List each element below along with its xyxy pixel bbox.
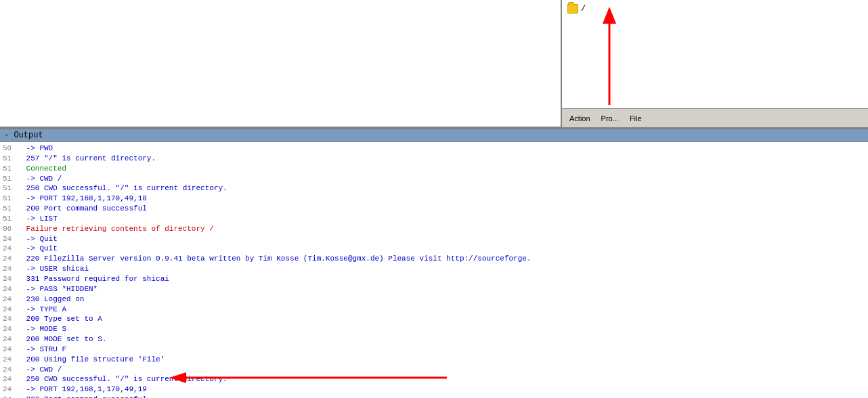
log-text: -> CWD /: [22, 174, 62, 184]
log-num: 06: [3, 224, 22, 234]
log-num: 51: [3, 194, 22, 204]
output-content[interactable]: 50 -> PWD51 257 "/" is current directory…: [0, 142, 868, 398]
log-line: 51 -> PORT 192,168,1,170,49,18: [3, 194, 865, 204]
log-line: 24 200 Using file structure 'File': [3, 355, 865, 365]
log-line: 24 230 Logged on: [3, 294, 865, 305]
log-text: 200 MODE set to S.: [22, 334, 106, 345]
log-text: -> TYPE A: [22, 305, 66, 315]
log-num: 24: [3, 324, 22, 334]
log-text: -> PWD: [22, 143, 53, 154]
log-num: 51: [3, 174, 22, 184]
log-line: 50 -> PWD: [3, 143, 865, 154]
log-line: 24 220 FileZilla Server version 0.9.41 b…: [3, 254, 865, 264]
log-num: 24: [3, 234, 22, 244]
log-text: 331 Password required for shicai: [22, 274, 169, 284]
log-num: 24: [3, 345, 22, 355]
red-arrow-up: [562, 0, 697, 108]
log-num: 24: [3, 355, 22, 365]
log-num: 24: [3, 284, 22, 294]
folder-root-item[interactable]: /: [565, 3, 865, 15]
log-text: -> STRU F: [22, 345, 66, 355]
log-text: 200 Port command successful: [22, 395, 147, 398]
output-section: - Output 50 -> PWD51 257 "/" is current …: [0, 129, 868, 398]
top-section: / Action Pro... File: [0, 0, 868, 129]
log-text: -> CWD /: [22, 365, 62, 375]
log-line: 24 -> TYPE A: [3, 305, 865, 315]
log-text: 250 CWD successful. "/" is current direc…: [22, 374, 227, 384]
output-wrapper: 50 -> PWD51 257 "/" is current directory…: [0, 142, 868, 398]
log-text: -> PORT 192,168,1,170,49,19: [22, 384, 147, 395]
log-num: 51: [3, 164, 22, 174]
right-panel-toolbar: Action Pro... File: [562, 108, 868, 127]
left-panel: [0, 0, 562, 127]
log-num: 24: [3, 314, 22, 324]
log-num: 24: [3, 305, 22, 315]
log-text: 257 "/" is current directory.: [22, 154, 156, 164]
log-line: 51 250 CWD successful. "/" is current di…: [3, 183, 865, 194]
log-num: 50: [3, 143, 22, 154]
log-num: 24: [3, 264, 22, 274]
action-button[interactable]: Action: [565, 112, 595, 125]
log-num: 24: [3, 365, 22, 375]
log-text: -> USER shicai: [22, 264, 89, 274]
pro-button[interactable]: Pro...: [596, 112, 624, 125]
log-line: 24 200 Port command successful: [3, 395, 865, 398]
log-line: 24 -> Quit: [3, 234, 865, 244]
log-line: 24 331 Password required for shicai: [3, 274, 865, 284]
log-text: 250 CWD successful. "/" is current direc…: [22, 183, 227, 194]
right-panel: / Action Pro... File: [562, 0, 868, 127]
log-num: 24: [3, 334, 22, 345]
log-line: 24 -> PORT 192,168,1,170,49,19: [3, 384, 865, 395]
main-container: / Action Pro... File - Output: [0, 0, 868, 398]
log-line: 24 -> Quit: [3, 244, 865, 254]
log-line: 51 -> LIST: [3, 214, 865, 224]
log-num: 24: [3, 374, 22, 384]
log-line: 24 -> PASS *HIDDEN*: [3, 284, 865, 294]
log-num: 51: [3, 154, 22, 164]
log-text: -> MODE S: [22, 324, 66, 334]
log-text: -> PORT 192,168,1,170,49,18: [22, 194, 147, 204]
right-panel-tree: /: [562, 0, 868, 108]
log-num: 51: [3, 183, 22, 194]
log-text: -> Quit: [22, 234, 58, 244]
folder-icon: [567, 4, 578, 14]
log-line: 24 -> STRU F: [3, 345, 865, 355]
log-line: 51 257 "/" is current directory.: [3, 154, 865, 164]
log-line: 24 -> USER shicai: [3, 264, 865, 274]
log-text: 230 Logged on: [22, 294, 84, 305]
log-line: 51 200 Port command successful: [3, 204, 865, 214]
log-num: 51: [3, 204, 22, 214]
log-line: 51 -> CWD /: [3, 174, 865, 184]
log-text: 200 Port command successful: [22, 204, 147, 214]
log-line: 24 250 CWD successful. "/" is current di…: [3, 374, 865, 384]
log-text: -> PASS *HIDDEN*: [22, 284, 97, 294]
log-num: 24: [3, 294, 22, 305]
log-text: 200 Type set to A: [22, 314, 102, 324]
log-line: 51 Connected: [3, 164, 865, 174]
file-button[interactable]: File: [625, 112, 647, 125]
log-line: 24 -> CWD /: [3, 365, 865, 375]
log-line: 24 200 Type set to A: [3, 314, 865, 324]
log-text: -> LIST: [22, 214, 58, 224]
log-num: 24: [3, 274, 22, 284]
folder-root-label: /: [581, 4, 586, 14]
log-num: 24: [3, 254, 22, 264]
log-num: 24: [3, 395, 22, 398]
log-num: 51: [3, 214, 22, 224]
log-text: Connected: [22, 164, 66, 174]
log-text: 220 FileZilla Server version 0.9.41 beta…: [22, 254, 531, 264]
log-line: 24 -> MODE S: [3, 324, 865, 334]
log-num: 24: [3, 384, 22, 395]
log-line: 06 Failure retrieving contents of direct…: [3, 224, 865, 234]
output-header: - Output: [0, 129, 868, 142]
log-text: Failure retrieving contents of directory…: [22, 224, 214, 234]
log-line: 24 200 MODE set to S.: [3, 334, 865, 345]
log-num: 24: [3, 244, 22, 254]
log-text: 200 Using file structure 'File': [22, 355, 165, 365]
log-text: -> Quit: [22, 244, 58, 254]
